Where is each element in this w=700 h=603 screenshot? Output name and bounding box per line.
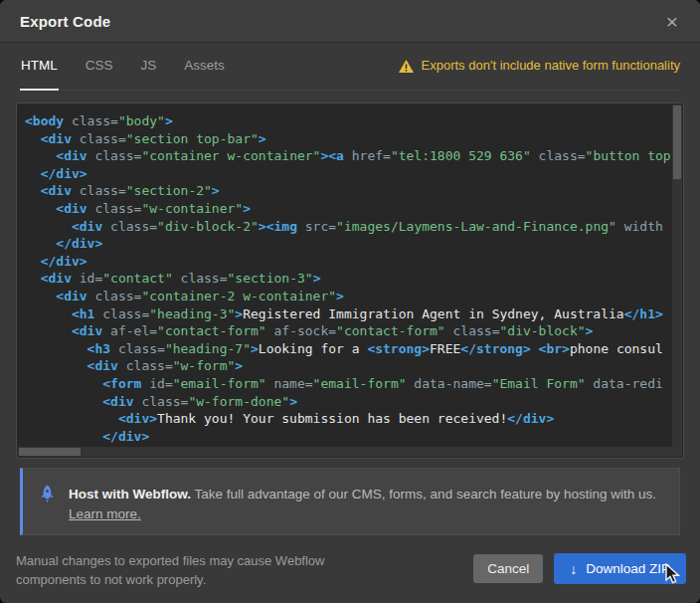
code-line: <div>Thank you! Your submission has been… xyxy=(25,410,669,428)
vertical-scrollbar-thumb[interactable] xyxy=(673,105,681,179)
code-line: </div> xyxy=(25,428,669,446)
close-button[interactable]: × xyxy=(662,9,682,34)
code-line: <div class="div-block-2"><img src="image… xyxy=(25,218,669,236)
code-line: </div> xyxy=(25,253,669,271)
code-line: </div> xyxy=(25,235,669,253)
tab-css[interactable]: CSS xyxy=(85,55,114,90)
banner-body: Take full advantage of our CMS, forms, a… xyxy=(191,487,656,502)
code-line: <div class="w-form-done"> xyxy=(25,393,669,411)
code-line: <div id="contact" class="section-3"> xyxy=(25,270,669,288)
cancel-button[interactable]: Cancel xyxy=(473,554,543,583)
tab-js[interactable]: JS xyxy=(140,55,158,90)
code-line: <div class="w-form"> xyxy=(25,357,669,375)
download-zip-button[interactable]: ↓ Download ZIP xyxy=(554,553,686,584)
footer-note-line2: components to not work properly. xyxy=(16,572,206,587)
code-line: <div class="section-2"> xyxy=(25,182,669,200)
download-icon: ↓ xyxy=(570,562,577,576)
warning-text: Exports don't include native form functi… xyxy=(422,58,680,73)
tab-bar: HTMLCSSJSAssets xyxy=(20,55,226,90)
rocket-icon xyxy=(39,485,56,534)
footer-note-line1: Manual changes to exported files may cau… xyxy=(16,553,324,568)
code-content: <body class="body"> <div class="section … xyxy=(17,103,683,445)
export-code-dialog: Export Code × HTMLCSSJSAssets Exports do… xyxy=(0,0,700,603)
code-line: <div class="container w-container"><a hr… xyxy=(25,147,669,165)
tab-row: HTMLCSSJSAssets Exports don't include na… xyxy=(20,55,680,91)
page-title: Export Code xyxy=(20,13,110,30)
banner-text: Host with Webflow. Take full advantage o… xyxy=(69,485,656,534)
tab-assets[interactable]: Assets xyxy=(183,55,226,90)
code-line: <body class="body"> xyxy=(25,112,669,130)
code-line: <div class="container-2 w-container"> xyxy=(25,288,669,305)
close-icon: × xyxy=(666,10,678,33)
code-line: <form id="email-form" name="email-form" … xyxy=(25,375,669,393)
code-line: <h1 class="heading-3">Registered Immigra… xyxy=(25,305,669,323)
horizontal-scrollbar-thumb[interactable] xyxy=(19,448,81,456)
tab-html[interactable]: HTML xyxy=(20,55,59,90)
code-line: <h3 class="heading-7">Looking for a <str… xyxy=(25,340,669,358)
banner-title: Host with Webflow. xyxy=(69,487,191,502)
code-line: </div> xyxy=(25,165,669,183)
form-warning: Exports don't include native form functi… xyxy=(399,55,680,73)
code-line: <div class="section top-bar"> xyxy=(25,130,669,148)
download-zip-label: Download ZIP xyxy=(586,561,670,576)
vertical-scrollbar[interactable] xyxy=(672,104,682,449)
host-with-webflow-banner: Host with Webflow. Take full advantage o… xyxy=(20,468,680,535)
code-editor[interactable]: <body class="body"> <div class="section … xyxy=(16,102,684,459)
horizontal-scrollbar[interactable] xyxy=(18,447,682,457)
dialog-header: Export Code × xyxy=(0,0,700,43)
footer-note: Manual changes to exported files may cau… xyxy=(16,551,324,589)
code-line: <div class="w-container"> xyxy=(25,200,669,218)
code-line: <div af-el="contact-form" af-sock="conta… xyxy=(25,322,669,340)
warning-icon xyxy=(399,59,414,72)
footer-buttons: Cancel ↓ Download ZIP xyxy=(473,553,686,584)
learn-more-link[interactable]: Learn more. xyxy=(69,506,141,521)
